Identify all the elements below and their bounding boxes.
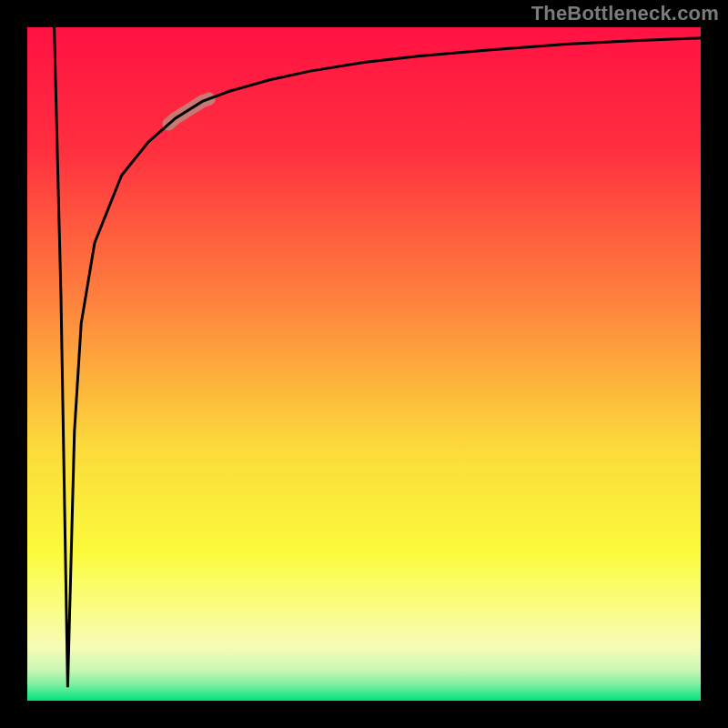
chart-frame: TheBottleneck.com — [0, 0, 728, 728]
plot-area — [27, 27, 701, 701]
watermark-text: TheBottleneck.com — [531, 2, 719, 25]
curve-layer — [27, 27, 701, 701]
bottleneck-curve — [55, 27, 701, 687]
